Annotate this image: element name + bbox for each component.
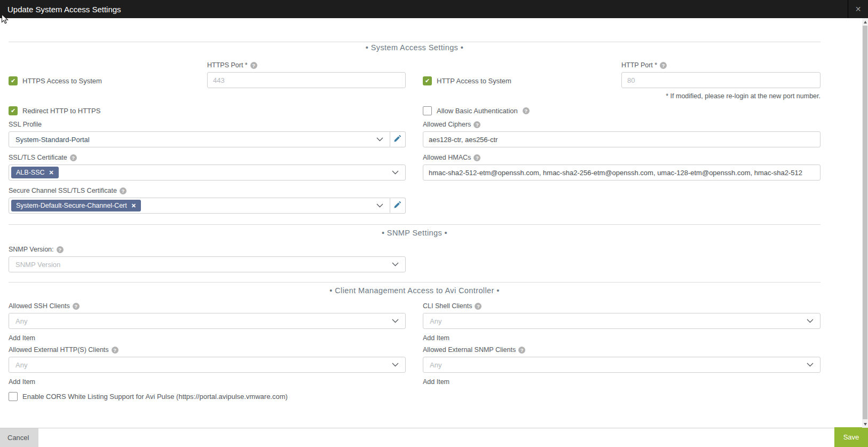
http-access-checkbox[interactable]: ✔ HTTP Access to System xyxy=(423,76,621,85)
ssl-cert-tag: ALB-SSC ✕ xyxy=(11,167,59,178)
allowed-hmacs-input[interactable] xyxy=(423,164,820,181)
chevron-down-icon xyxy=(392,319,399,323)
dialog-body: • System Access Settings • ✔ HTTPS Acces… xyxy=(9,18,820,401)
http-port-input[interactable] xyxy=(621,72,820,88)
chevron-down-icon xyxy=(807,319,814,323)
snmp-version-select[interactable]: SNMP Version xyxy=(9,256,406,272)
cors-whitelist-checkbox[interactable]: Enable CORS White Listing Support for Av… xyxy=(9,392,820,401)
section-divider xyxy=(9,42,820,42)
chevron-down-icon xyxy=(392,262,399,266)
allowed-ciphers-label: Allowed Ciphers ? xyxy=(423,121,820,129)
ext-http-clients-label: Allowed External HTTP(S) Clients ? xyxy=(9,346,406,354)
checkbox-unchecked-icon[interactable] xyxy=(423,106,432,115)
scroll-up-arrow[interactable] xyxy=(862,18,868,26)
help-icon[interactable]: ? xyxy=(518,347,525,354)
secure-channel-cert-label: Secure Channel SSL/TLS Certificate ? xyxy=(9,187,406,195)
chevron-down-icon xyxy=(392,363,399,367)
section-divider xyxy=(9,224,820,225)
scrollbar-thumb[interactable] xyxy=(863,26,867,419)
cli-shell-clients-select[interactable]: Any xyxy=(423,313,820,329)
allowed-hmacs-label: Allowed HMACs ? xyxy=(423,154,820,162)
help-icon[interactable]: ? xyxy=(523,107,530,114)
basic-auth-checkbox[interactable]: Allow Basic Authentication ? xyxy=(423,106,820,115)
help-icon[interactable]: ? xyxy=(250,62,257,69)
vertical-scrollbar[interactable] xyxy=(862,18,868,428)
chevron-down-icon xyxy=(376,137,383,142)
tag-remove-icon[interactable]: ✕ xyxy=(131,202,136,209)
https-port-label: HTTPS Port * ? xyxy=(207,61,406,69)
add-item-link-ext-snmp[interactable]: Add Item xyxy=(423,378,449,386)
save-button[interactable]: Save xyxy=(834,427,868,447)
allowed-ssh-clients-label: Allowed SSH Clients ? xyxy=(9,302,406,310)
checkbox-checked-icon[interactable]: ✔ xyxy=(9,76,18,85)
tag-remove-icon[interactable]: ✕ xyxy=(49,169,54,176)
checkbox-checked-icon[interactable]: ✔ xyxy=(423,76,432,85)
section-heading-client-mgmt: • Client Management Access to Avi Contro… xyxy=(9,286,820,296)
https-port-input[interactable] xyxy=(207,72,406,88)
pencil-icon xyxy=(394,201,401,210)
mouse-cursor-icon xyxy=(1,14,9,25)
secure-channel-cert-select[interactable]: System-Default-Secure-Channel-Cert ✕ xyxy=(9,198,390,214)
add-item-link-ext-http[interactable]: Add Item xyxy=(9,378,35,386)
snmp-version-placeholder: SNMP Version xyxy=(15,261,60,269)
allowed-ssh-clients-select[interactable]: Any xyxy=(9,313,406,329)
https-access-checkbox[interactable]: ✔ HTTPS Access to System xyxy=(9,76,207,85)
secure-channel-cert-edit-button[interactable] xyxy=(390,198,406,214)
chevron-down-icon xyxy=(392,170,399,175)
close-icon: ✕ xyxy=(855,5,862,13)
cli-shell-clients-label: CLI Shell Clients ? xyxy=(423,302,820,310)
help-icon[interactable]: ? xyxy=(73,303,80,310)
secure-channel-cert-tag: System-Default-Secure-Channel-Cert ✕ xyxy=(11,200,141,211)
ext-http-clients-select[interactable]: Any xyxy=(9,357,406,373)
help-icon[interactable]: ? xyxy=(112,347,119,354)
ssl-profile-select[interactable]: System-Standard-Portal xyxy=(9,131,390,147)
close-button[interactable]: ✕ xyxy=(848,0,868,18)
snmp-version-label: SNMP Version: ? xyxy=(9,246,406,254)
ext-snmp-clients-label: Allowed External SNMP Clients ? xyxy=(423,346,820,354)
pencil-icon xyxy=(394,135,401,144)
https-access-label: HTTPS Access to System xyxy=(22,77,102,85)
help-icon[interactable]: ? xyxy=(70,154,77,161)
redirect-http-checkbox[interactable]: ✔ Redirect HTTP to HTTPS xyxy=(9,106,406,115)
section-heading-system-access: • System Access Settings • xyxy=(9,43,820,53)
section-divider xyxy=(9,282,820,283)
dialog-footer: Cancel Save xyxy=(0,428,868,447)
help-icon[interactable]: ? xyxy=(474,154,480,161)
redirect-http-label: Redirect HTTP to HTTPS xyxy=(22,107,100,115)
chevron-down-icon xyxy=(807,363,814,367)
cancel-button[interactable]: Cancel xyxy=(0,428,38,447)
allowed-ciphers-input[interactable] xyxy=(423,131,820,147)
checkbox-unchecked-icon[interactable] xyxy=(9,392,18,401)
ssl-cert-label: SSL/TLS Certificate ? xyxy=(9,154,406,162)
ext-snmp-clients-select[interactable]: Any xyxy=(423,357,820,373)
cors-whitelist-label: Enable CORS White Listing Support for Av… xyxy=(22,393,288,401)
ssl-profile-label: SSL Profile xyxy=(9,121,406,129)
dialog-title: Update System Access Settings xyxy=(7,5,121,14)
port-relogin-note: * If modified, please re-login at the ne… xyxy=(9,92,820,100)
basic-auth-label: Allow Basic Authentication xyxy=(437,107,518,115)
help-icon[interactable]: ? xyxy=(57,246,64,253)
http-access-label: HTTP Access to System xyxy=(437,77,511,85)
add-item-link-cli[interactable]: Add Item xyxy=(423,334,449,342)
http-port-label: HTTP Port * ? xyxy=(621,61,820,69)
checkbox-checked-icon[interactable]: ✔ xyxy=(9,106,18,115)
help-icon[interactable]: ? xyxy=(660,62,667,69)
help-icon[interactable]: ? xyxy=(475,303,482,310)
scroll-down-arrow[interactable] xyxy=(862,420,868,428)
ssl-profile-edit-button[interactable] xyxy=(390,131,406,147)
add-item-link-ssh[interactable]: Add Item xyxy=(9,334,35,342)
ssl-profile-value: System-Standard-Portal xyxy=(15,136,90,144)
section-heading-snmp: • SNMP Settings • xyxy=(9,228,820,238)
ssl-cert-select[interactable]: ALB-SSC ✕ xyxy=(9,164,406,181)
help-icon[interactable]: ? xyxy=(120,187,127,194)
dialog-titlebar: Update System Access Settings ✕ xyxy=(0,0,868,18)
help-icon[interactable]: ? xyxy=(474,121,480,128)
chevron-down-icon xyxy=(376,203,383,208)
